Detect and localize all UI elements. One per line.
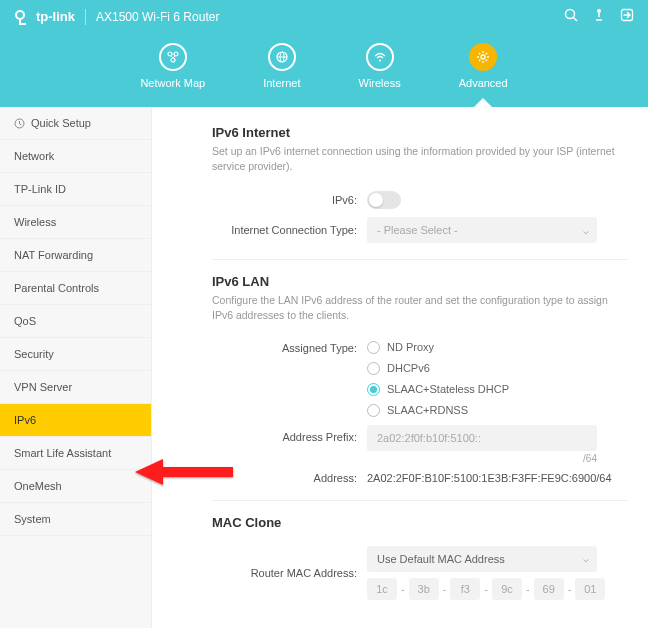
mac-segments: 1c- 3b- f3- 9c- 69- 01 <box>367 578 628 600</box>
svg-point-0 <box>16 11 24 19</box>
radio-icon <box>367 383 380 396</box>
clock-icon <box>14 118 25 129</box>
sidebar-item-parental[interactable]: Parental Controls <box>0 272 151 305</box>
svg-point-7 <box>171 58 175 62</box>
router-mac-label: Router MAC Address: <box>212 567 367 579</box>
svg-point-1 <box>566 10 575 19</box>
ipv6-lan-title: IPv6 LAN <box>212 274 628 289</box>
product-name: AX1500 Wi-Fi 6 Router <box>96 10 219 24</box>
sidebar-label: IPv6 <box>14 414 36 426</box>
mac-seg[interactable]: 3b <box>409 578 439 600</box>
nav-internet-label: Internet <box>263 77 300 89</box>
sidebar-label: System <box>14 513 51 525</box>
sidebar-item-vpn[interactable]: VPN Server <box>0 371 151 404</box>
svg-point-12 <box>481 55 485 59</box>
radio-nd-proxy[interactable]: ND Proxy <box>367 341 628 354</box>
nav-wireless-label: Wireless <box>359 77 401 89</box>
router-mac-select[interactable]: Use Default MAC Address ⌵ <box>367 546 597 572</box>
mac-seg[interactable]: 69 <box>534 578 564 600</box>
mac-clone-title: MAC Clone <box>212 515 628 530</box>
conn-type-value: - Please Select - <box>377 224 458 236</box>
radio-icon <box>367 404 380 417</box>
prefix-length: /64 <box>367 453 597 464</box>
sidebar-item-security[interactable]: Security <box>0 338 151 371</box>
network-map-icon <box>166 50 180 64</box>
conn-type-select[interactable]: - Please Select - ⌵ <box>367 217 597 243</box>
sidebar-item-tplink-id[interactable]: TP-Link ID <box>0 173 151 206</box>
sidebar-label: Parental Controls <box>14 282 99 294</box>
brand-text: tp-link <box>36 9 75 24</box>
radio-label: DHCPv6 <box>387 362 430 374</box>
svg-point-6 <box>174 52 178 56</box>
address-prefix-value: 2a02:2f0f:b10f:5100:: <box>377 432 481 444</box>
mac-seg[interactable]: 9c <box>492 578 522 600</box>
sidebar-label: Network <box>14 150 54 162</box>
ipv6-internet-title: IPv6 Internet <box>212 125 628 140</box>
address-label: Address: <box>212 472 367 484</box>
router-mac-value: Use Default MAC Address <box>377 553 505 565</box>
sidebar-label: OneMesh <box>14 480 62 492</box>
sidebar-item-wireless[interactable]: Wireless <box>0 206 151 239</box>
ipv6-toggle-label: IPv6: <box>212 194 367 206</box>
radio-slaac-dhcp[interactable]: SLAAC+Stateless DHCP <box>367 383 628 396</box>
nav-network-map-label: Network Map <box>140 77 205 89</box>
gear-icon <box>476 50 490 64</box>
sidebar-item-qos[interactable]: QoS <box>0 305 151 338</box>
mac-seg[interactable]: 01 <box>575 578 605 600</box>
sidebar-item-system[interactable]: System <box>0 503 151 536</box>
svg-line-2 <box>574 18 578 22</box>
mac-seg[interactable]: 1c <box>367 578 397 600</box>
svg-point-5 <box>168 52 172 56</box>
nav-network-map[interactable]: Network Map <box>140 43 205 89</box>
ipv6-lan-desc: Configure the LAN IPv6 address of the ro… <box>212 293 628 322</box>
sidebar-item-smartlife[interactable]: Smart Life Assistant <box>0 437 151 470</box>
sidebar-label: QoS <box>14 315 36 327</box>
nav-advanced[interactable]: Advanced <box>459 43 508 89</box>
nav-internet[interactable]: Internet <box>263 43 300 89</box>
chevron-down-icon: ⌵ <box>583 225 589 236</box>
radio-label: SLAAC+Stateless DHCP <box>387 383 509 395</box>
ipv6-internet-desc: Set up an IPv6 internet connection using… <box>212 144 628 173</box>
tplink-logo-icon <box>14 9 30 25</box>
sidebar-item-nat[interactable]: NAT Forwarding <box>0 239 151 272</box>
svg-point-11 <box>379 60 381 62</box>
logout-icon[interactable] <box>620 8 634 25</box>
address-prefix-label: Address Prefix: <box>212 425 367 443</box>
search-icon[interactable] <box>564 8 578 25</box>
radio-dhcpv6[interactable]: DHCPv6 <box>367 362 628 375</box>
address-value: 2A02:2F0F:B10F:5100:1E3B:F3FF:FE9C:6900/… <box>367 472 628 484</box>
globe-icon <box>275 50 289 64</box>
sidebar-label: VPN Server <box>14 381 72 393</box>
chevron-down-icon: ⌵ <box>583 553 589 564</box>
sidebar-item-onemesh[interactable]: OneMesh <box>0 470 151 503</box>
sidebar-label: NAT Forwarding <box>14 249 93 261</box>
sidebar-item-ipv6[interactable]: IPv6 <box>0 404 151 437</box>
radio-label: ND Proxy <box>387 341 434 353</box>
mac-seg[interactable]: f3 <box>450 578 480 600</box>
nav-advanced-label: Advanced <box>459 77 508 89</box>
conn-type-label: Internet Connection Type: <box>212 224 367 236</box>
main-nav: Network Map Internet Wireless Advanced <box>0 33 648 107</box>
divider <box>85 9 86 25</box>
content: IPv6 Internet Set up an IPv6 internet co… <box>152 107 648 628</box>
sidebar-label: Wireless <box>14 216 56 228</box>
sidebar: Quick Setup Network TP-Link ID Wireless … <box>0 107 152 628</box>
sidebar-label: Security <box>14 348 54 360</box>
sidebar-label: Quick Setup <box>31 117 91 129</box>
ipv6-toggle[interactable] <box>367 191 401 209</box>
brand-logo: tp-link <box>14 9 75 25</box>
led-icon[interactable] <box>592 8 606 25</box>
radio-icon <box>367 341 380 354</box>
sidebar-label: TP-Link ID <box>14 183 66 195</box>
radio-label: SLAAC+RDNSS <box>387 404 468 416</box>
sidebar-item-quick-setup[interactable]: Quick Setup <box>0 107 151 140</box>
svg-point-3 <box>597 9 601 13</box>
assigned-type-label: Assigned Type: <box>212 341 367 354</box>
nav-wireless[interactable]: Wireless <box>359 43 401 89</box>
sidebar-item-network[interactable]: Network <box>0 140 151 173</box>
sidebar-label: Smart Life Assistant <box>14 447 111 459</box>
address-prefix-input[interactable]: 2a02:2f0f:b10f:5100:: <box>367 425 597 451</box>
radio-icon <box>367 362 380 375</box>
wifi-icon <box>373 50 387 64</box>
radio-slaac-rdnss[interactable]: SLAAC+RDNSS <box>367 404 628 417</box>
